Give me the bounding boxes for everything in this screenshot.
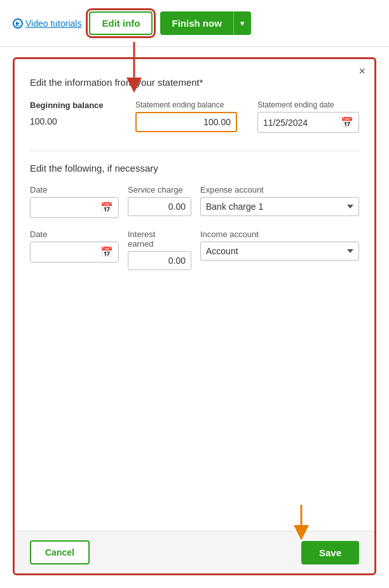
service-charge-date-label: Date bbox=[30, 185, 119, 195]
service-charge-amount-group: Service charge bbox=[128, 185, 191, 216]
statement-ending-date-input[interactable] bbox=[263, 118, 338, 128]
play-icon: ▶ bbox=[13, 18, 23, 29]
service-charge-date-input[interactable] bbox=[36, 203, 98, 213]
edit-info-arrow-annotation bbox=[125, 42, 144, 95]
interest-date-group: Date 📅 bbox=[30, 229, 119, 263]
interest-calendar-icon[interactable]: 📅 bbox=[100, 246, 113, 258]
video-tutorials-link[interactable]: ▶ Video tutorials bbox=[13, 18, 81, 29]
dialog-title: Edit the information from your statement… bbox=[30, 77, 359, 88]
statement-ending-balance-col: Statement ending balance bbox=[135, 100, 237, 132]
interest-amount-group: Interestearned bbox=[128, 229, 191, 270]
statement-ending-balance-label: Statement ending balance bbox=[135, 100, 237, 109]
interest-earned-row: Date 📅 Interestearned Income account Acc… bbox=[30, 229, 359, 270]
interest-earned-input[interactable] bbox=[128, 251, 191, 270]
edit-section-title: Edit the following, if necessary bbox=[30, 163, 359, 174]
beginning-balance-label: Beginning balance bbox=[30, 100, 125, 110]
service-charge-row: Date 📅 Service charge Expense account Ba… bbox=[30, 185, 359, 218]
balance-section: Beginning balance 100.00 Statement endin… bbox=[30, 100, 359, 133]
statement-ending-date-col: Statement ending date 📅 bbox=[257, 100, 359, 133]
expense-account-select[interactable]: Bank charge 1 bbox=[200, 197, 359, 216]
finish-now-dropdown-button[interactable]: ▾ bbox=[233, 11, 251, 35]
income-account-group: Income account Account bbox=[200, 229, 359, 261]
interest-date-input[interactable] bbox=[36, 247, 98, 257]
service-charge-date-wrapper: 📅 bbox=[30, 197, 119, 218]
chevron-down-icon: ▾ bbox=[240, 18, 245, 28]
edit-info-dialog: × Edit the information from your stateme… bbox=[13, 57, 376, 575]
service-charge-input[interactable] bbox=[128, 197, 191, 216]
interest-date-label: Date bbox=[30, 229, 119, 239]
service-charge-date-group: Date 📅 bbox=[30, 185, 119, 218]
beginning-balance-col: Beginning balance 100.00 bbox=[30, 100, 125, 130]
statement-ending-balance-input[interactable] bbox=[135, 112, 237, 132]
service-charge-label: Service charge bbox=[128, 185, 191, 195]
statement-ending-date-wrapper: 📅 bbox=[257, 112, 359, 133]
calendar-icon[interactable]: 📅 bbox=[341, 116, 353, 128]
income-account-label: Income account bbox=[200, 229, 359, 239]
interest-earned-label: Interestearned bbox=[128, 229, 191, 249]
close-button[interactable]: × bbox=[358, 65, 365, 77]
cancel-button[interactable]: Cancel bbox=[30, 540, 90, 564]
interest-date-wrapper: 📅 bbox=[30, 242, 119, 263]
finish-now-button[interactable]: Finish now bbox=[160, 11, 233, 35]
save-arrow-annotation bbox=[289, 505, 314, 542]
divider bbox=[30, 151, 359, 151]
beginning-balance-value: 100.00 bbox=[30, 113, 125, 130]
top-bar: ▶ Video tutorials Edit info Finish now ▾ bbox=[0, 0, 389, 47]
income-account-select[interactable]: Account bbox=[200, 242, 359, 261]
save-button[interactable]: Save bbox=[301, 541, 359, 564]
expense-account-group: Expense account Bank charge 1 bbox=[200, 185, 359, 216]
expense-account-label: Expense account bbox=[200, 185, 359, 195]
video-tutorials-label: Video tutorials bbox=[25, 18, 81, 29]
service-charge-calendar-icon[interactable]: 📅 bbox=[100, 202, 113, 214]
dialog-footer: Cancel Save bbox=[15, 531, 374, 573]
edit-info-button[interactable]: Edit info bbox=[89, 11, 153, 35]
finish-now-group: Finish now ▾ bbox=[160, 11, 250, 35]
dialog-body: Edit the information from your statement… bbox=[15, 77, 374, 531]
statement-ending-date-label: Statement ending date bbox=[257, 100, 359, 109]
dialog-header: × bbox=[15, 59, 374, 77]
